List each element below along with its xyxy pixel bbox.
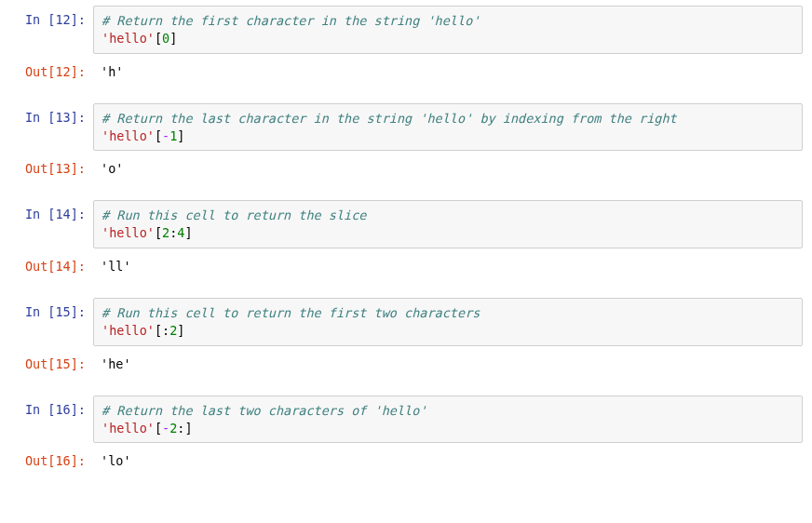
input-prompt: In [13]: (9, 103, 93, 132)
code-comment: # Run this cell to return the slice (102, 208, 366, 222)
code-comment: # Return the last character in the strin… (102, 111, 677, 126)
code-input[interactable]: # Return the last character in the strin… (93, 103, 803, 152)
output-prompt: Out[14]: (9, 252, 93, 281)
bracket-token: ] (184, 421, 192, 436)
notebook-cell: In [14]: # Run this cell to return the s… (9, 200, 803, 281)
operator-token: - (162, 128, 169, 143)
string-token: 'hello' (102, 225, 155, 240)
input-prompt: In [14]: (9, 200, 93, 229)
notebook-cell: In [13]: # Return the last character in … (9, 103, 803, 184)
bracket-token: ] (184, 225, 192, 240)
input-prompt: In [15]: (9, 298, 93, 327)
cell-output: 'll' (93, 252, 803, 281)
input-prompt: In [16]: (9, 396, 93, 424)
number-token: 2 (162, 225, 169, 240)
input-prompt: In [12]: (9, 6, 93, 34)
cell-output: 'o' (93, 154, 803, 183)
code-input[interactable]: # Return the last two characters of 'hel… (93, 396, 803, 444)
string-token: 'hello' (102, 31, 155, 46)
operator-token: - (162, 421, 169, 436)
code-comment: # Run this cell to return the first two … (102, 305, 480, 320)
bracket-token: [ (155, 421, 162, 436)
bracket-token: ] (177, 323, 184, 338)
number-token: 0 (162, 31, 169, 46)
string-token: 'hello' (102, 323, 155, 338)
output-prompt: Out[15]: (9, 350, 93, 379)
code-comment: # Return the last two characters of 'hel… (102, 403, 427, 418)
notebook-cell: In [12]: # Return the first character in… (9, 6, 803, 87)
cell-output: 'lo' (93, 447, 803, 476)
output-prompt: Out[12]: (9, 58, 93, 87)
bracket-token: ] (169, 31, 177, 46)
bracket-token: [ (155, 128, 162, 143)
bracket-token: [ (155, 323, 162, 338)
notebook-cell: In [15]: # Run this cell to return the f… (9, 298, 803, 379)
code-input[interactable]: # Return the first character in the stri… (93, 6, 803, 54)
bracket-token: [ (155, 31, 162, 46)
code-comment: # Return the first character in the stri… (102, 13, 480, 28)
output-prompt: Out[13]: (9, 154, 93, 183)
cell-output: 'he' (93, 350, 803, 379)
cell-output: 'h' (93, 58, 803, 87)
output-prompt: Out[16]: (9, 447, 93, 476)
notebook-cell: In [16]: # Return the last two character… (9, 396, 803, 476)
bracket-token: ] (177, 128, 184, 143)
operator-token: : (162, 323, 169, 338)
string-token: 'hello' (102, 128, 155, 143)
code-input[interactable]: # Run this cell to return the slice'hell… (93, 200, 803, 248)
string-token: 'hello' (102, 421, 155, 436)
bracket-token: [ (155, 225, 162, 240)
code-input[interactable]: # Run this cell to return the first two … (93, 298, 803, 346)
